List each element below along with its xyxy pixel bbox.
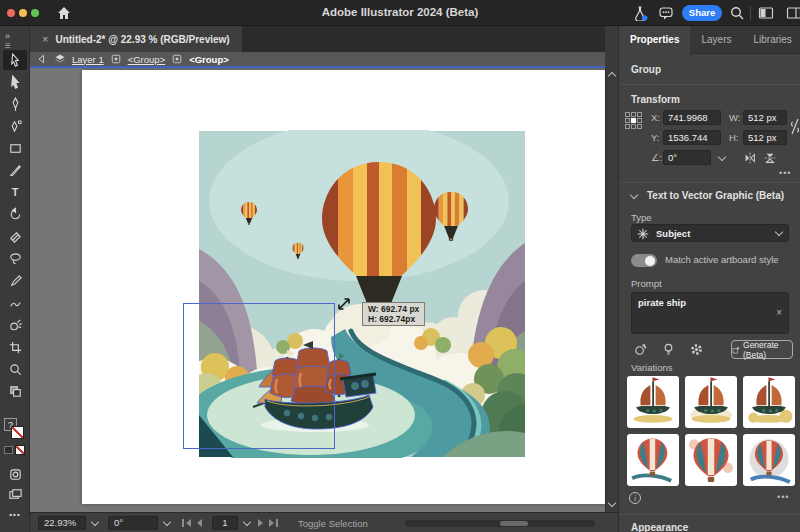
- tool-eraser[interactable]: [3, 226, 27, 246]
- screen-mode-button[interactable]: [3, 484, 27, 504]
- constrain-proportions-icon[interactable]: [790, 114, 800, 140]
- status-toggle-selection-label[interactable]: Toggle Selection: [298, 518, 368, 529]
- last-artboard-icon[interactable]: [269, 519, 274, 527]
- variation-thumbnail-balloon-1[interactable]: [627, 434, 679, 486]
- tool-rectangle[interactable]: [3, 138, 27, 158]
- tab-close-icon[interactable]: ×: [42, 33, 48, 45]
- prompt-clear-icon[interactable]: ×: [776, 307, 782, 318]
- flip-horizontal-icon[interactable]: [743, 151, 757, 165]
- horizontal-scrollbar-thumb[interactable]: [500, 521, 528, 526]
- beta-flask-icon[interactable]: [632, 5, 648, 21]
- first-artboard-icon[interactable]: [186, 519, 191, 527]
- workspace-layout-icon[interactable]: [758, 5, 774, 21]
- tool-type[interactable]: T: [3, 182, 27, 202]
- variation-thumbnail-ship-3[interactable]: [743, 376, 795, 428]
- tool-eyedropper[interactable]: [3, 271, 27, 291]
- eyedropper-icon: [8, 274, 23, 289]
- tool-zoom[interactable]: [3, 359, 27, 379]
- stroke-none-indicator[interactable]: [11, 426, 24, 439]
- tool-lasso[interactable]: [3, 248, 27, 268]
- breadcrumb-layer-link[interactable]: Layer 1: [72, 54, 104, 65]
- scroll-up-icon[interactable]: [608, 72, 616, 80]
- back-arrow-icon[interactable]: [36, 53, 48, 65]
- tab-properties[interactable]: Properties: [619, 26, 690, 54]
- share-button[interactable]: Share: [682, 5, 722, 21]
- color-none-button[interactable]: [15, 445, 25, 455]
- flip-vertical-icon[interactable]: [763, 151, 777, 165]
- vertical-scrollbar[interactable]: [605, 68, 618, 512]
- canvas-area[interactable]: W: 692.74 px H: 692.74px: [30, 68, 605, 512]
- swatch-stack[interactable]: [3, 381, 27, 401]
- y-value-field[interactable]: 1536.744: [663, 130, 721, 145]
- zoom-dropdown-icon[interactable]: [91, 518, 99, 526]
- zoom-level-field[interactable]: 22.93%: [38, 516, 86, 530]
- artboard[interactable]: [82, 70, 605, 504]
- tool-pen[interactable]: [3, 94, 27, 114]
- tool-shaper[interactable]: [3, 293, 27, 313]
- next-artboard-icon[interactable]: [258, 519, 263, 527]
- last-artboard-icon[interactable]: [276, 519, 278, 527]
- variation-thumbnail-balloon-3[interactable]: [743, 434, 795, 486]
- workspace-panel-icon[interactable]: [786, 5, 800, 21]
- generate-button[interactable]: Generate (Beta): [731, 340, 793, 359]
- color-fill-button[interactable]: [4, 446, 13, 454]
- search-icon[interactable]: [729, 5, 745, 21]
- h-value-field[interactable]: 512 px: [743, 130, 787, 145]
- ttv-collapse-icon[interactable]: [630, 191, 638, 199]
- angle-value-field[interactable]: 0°: [663, 150, 711, 165]
- variation-thumbnail-balloon-2[interactable]: [685, 434, 737, 486]
- toolbar-more-button[interactable]: •••: [3, 504, 27, 524]
- ttv-type-select[interactable]: Subject: [631, 224, 789, 242]
- scroll-down-icon[interactable]: [608, 499, 616, 507]
- reference-point-locator[interactable]: [625, 112, 642, 129]
- breadcrumb-current-group: <Group>: [189, 54, 229, 65]
- previous-artboard-icon[interactable]: [197, 519, 202, 527]
- toolbar-menu-icon[interactable]: ≡: [5, 40, 11, 51]
- horizontal-scrollbar[interactable]: [405, 520, 595, 527]
- swatch-stack-icon: [8, 384, 23, 399]
- prompt-input[interactable]: pirate ship ×: [631, 292, 789, 334]
- titlebar-divider: [750, 6, 751, 20]
- tab-layers[interactable]: Layers: [690, 26, 742, 54]
- generate-icon: [732, 345, 740, 355]
- info-icon[interactable]: i: [629, 492, 641, 504]
- angle-dropdown-icon[interactable]: [718, 153, 726, 161]
- tool-curvature[interactable]: [3, 116, 27, 136]
- document-tab-bar: × Untitled-2* @ 22.93 % (RGB/Preview): [30, 26, 605, 52]
- tool-paintbrush[interactable]: [3, 160, 27, 180]
- selection-bounding-box[interactable]: [183, 303, 335, 449]
- artboard-dropdown-icon[interactable]: [243, 518, 251, 526]
- prompt-value: pirate ship: [638, 297, 686, 308]
- artboard-number-field[interactable]: 1: [212, 516, 238, 530]
- ttv-type-label: Type: [631, 212, 652, 223]
- more-dots-icon: •••: [9, 510, 20, 519]
- document-tab[interactable]: × Untitled-2* @ 22.93 % (RGB/Preview): [30, 26, 242, 52]
- x-value-field[interactable]: 741.9968: [663, 110, 721, 125]
- type-tool-icon: T: [12, 186, 19, 198]
- tool-direct-selection[interactable]: [3, 72, 27, 92]
- tool-rotate[interactable]: [3, 204, 27, 224]
- first-artboard-icon[interactable]: [182, 519, 184, 527]
- app-title: Adobe Illustrator 2024 (Beta): [0, 6, 800, 18]
- comments-icon[interactable]: [658, 5, 674, 21]
- tool-artboard[interactable]: [3, 337, 27, 357]
- w-label: W:: [729, 112, 740, 123]
- tool-selection[interactable]: [3, 50, 27, 70]
- rotation-field[interactable]: 0°: [108, 516, 158, 530]
- style-picker-icon[interactable]: [633, 342, 648, 357]
- match-artboard-style-toggle[interactable]: [631, 254, 657, 267]
- breadcrumb-group-link[interactable]: <Group>: [128, 54, 166, 65]
- tab-libraries[interactable]: Libraries: [742, 26, 800, 54]
- variation-thumbnail-ship-1[interactable]: [627, 376, 679, 428]
- lightbulb-icon[interactable]: [661, 342, 676, 357]
- transform-more-options[interactable]: •••: [779, 168, 791, 178]
- rotation-dropdown-icon[interactable]: [163, 518, 171, 526]
- w-value-field[interactable]: 512 px: [743, 110, 787, 125]
- tool-symbol-sprayer[interactable]: [3, 315, 27, 335]
- symbol-sprayer-icon: [8, 318, 23, 333]
- variations-more-options[interactable]: •••: [777, 492, 789, 502]
- variation-thumbnail-ship-2[interactable]: [685, 376, 737, 428]
- draw-mode-button[interactable]: [3, 464, 27, 484]
- settings-gear-icon[interactable]: [689, 342, 704, 357]
- ttv-type-value: Subject: [656, 228, 690, 239]
